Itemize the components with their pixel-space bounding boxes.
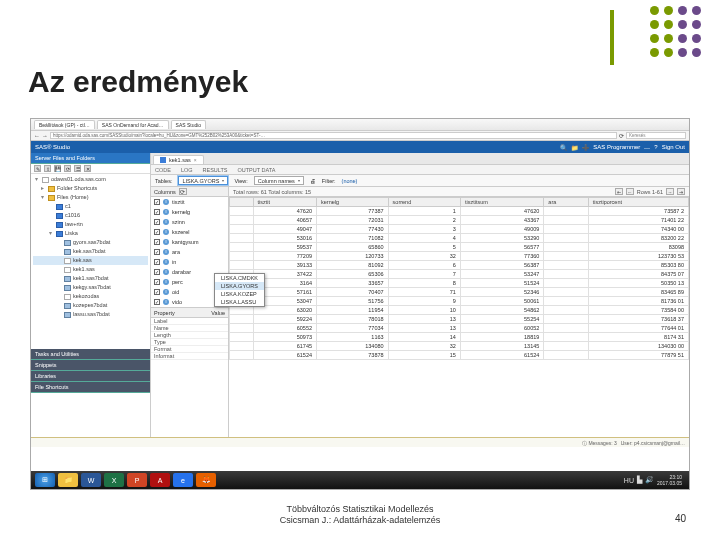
first-icon[interactable]: ⇤ bbox=[615, 188, 623, 195]
ie-icon[interactable]: e bbox=[173, 473, 193, 487]
column-item[interactable]: ✓#tisztit bbox=[151, 197, 228, 207]
table-row[interactable]: 490477743034900974340 00 bbox=[230, 225, 689, 234]
firefox-icon[interactable]: 🦊 bbox=[196, 473, 216, 487]
back-icon[interactable]: ← bbox=[34, 133, 40, 139]
tab-code[interactable]: CODE bbox=[155, 167, 171, 173]
tree-item[interactable]: c1 bbox=[33, 202, 148, 211]
table-row[interactable]: 6302011954105486273584 00 bbox=[230, 306, 689, 315]
browser-tab[interactable]: Beállítások (GP) - ctl… bbox=[34, 120, 95, 129]
dropdown-option[interactable]: LISKA.CMDKK bbox=[215, 274, 264, 282]
column-item[interactable]: ✓#ara bbox=[151, 247, 228, 257]
table-row[interactable]: 374226530675324784375 07 bbox=[230, 270, 689, 279]
column-item[interactable]: ✓#kantgysum bbox=[151, 237, 228, 247]
tree-item[interactable]: kekgy.sas7bdat bbox=[33, 283, 148, 292]
table-row[interactable]: 5716170407715234683465 89 bbox=[230, 288, 689, 297]
column-item[interactable]: ✓#kernelg bbox=[151, 207, 228, 217]
word-icon[interactable]: W bbox=[81, 473, 101, 487]
tables-dropdown[interactable]: LISKA.GYORS bbox=[178, 176, 228, 185]
tree-item[interactable]: kek.sas bbox=[33, 256, 148, 265]
reload-icon[interactable]: ⟳ bbox=[619, 132, 624, 139]
tab-log[interactable]: LOG bbox=[181, 167, 193, 173]
more-icon[interactable]: ⋯ bbox=[644, 144, 650, 151]
sidebar-section-libraries[interactable]: Libraries bbox=[31, 371, 150, 382]
table-row[interactable]: 595376586055657783098 bbox=[230, 243, 689, 252]
last-icon[interactable]: ⇥ bbox=[677, 188, 685, 195]
tree-item[interactable]: kozepes7bdat bbox=[33, 301, 148, 310]
table-row[interactable]: 50973116314188198174 31 bbox=[230, 333, 689, 342]
table-row[interactable]: 476207738714762073587 2 bbox=[230, 207, 689, 216]
tree-item[interactable]: kek1.sas bbox=[33, 265, 148, 274]
sidebar-section-files[interactable]: Server Files and Folders bbox=[31, 153, 150, 164]
print-icon[interactable]: 🖨 bbox=[310, 178, 316, 184]
table-row[interactable]: 31643365785152450350 13 bbox=[230, 279, 689, 288]
table-row[interactable]: 772091207333277360123730 53 bbox=[230, 252, 689, 261]
excel-icon[interactable]: X bbox=[104, 473, 124, 487]
search-input[interactable]: Keresés bbox=[626, 132, 686, 139]
powerpoint-icon[interactable]: P bbox=[127, 473, 147, 487]
signout-link[interactable]: Sign Out bbox=[662, 144, 685, 150]
upload-icon[interactable]: ⇪ bbox=[44, 165, 51, 172]
props-icon[interactable]: ☰ bbox=[74, 165, 81, 172]
sas-programmer-label[interactable]: SAS Programmer bbox=[593, 144, 640, 150]
tree-item[interactable]: gyors.sas7bdat bbox=[33, 238, 148, 247]
tab-outputdata[interactable]: OUTPUT DATA bbox=[237, 167, 275, 173]
tree-item[interactable]: ▾Liska bbox=[33, 229, 148, 238]
tab-results[interactable]: RESULTS bbox=[203, 167, 228, 173]
url-input[interactable]: https://odamid.oda.sas.com/SASStudio/mai… bbox=[50, 132, 617, 139]
search-icon[interactable]: 🔍 bbox=[560, 144, 567, 151]
table-row[interactable]: 6152473878156152477879 51 bbox=[230, 351, 689, 360]
next-icon[interactable]: → bbox=[666, 188, 674, 195]
tree-item[interactable]: lassu.sas7bdat bbox=[33, 310, 148, 319]
prev-icon[interactable]: ← bbox=[626, 188, 634, 195]
column-header[interactable]: ara bbox=[544, 198, 588, 207]
table-row[interactable]: 6055277034136005277644 01 bbox=[230, 324, 689, 333]
tray-lang[interactable]: HU bbox=[624, 477, 634, 484]
table-row[interactable]: 530475175695006181736 01 bbox=[230, 297, 689, 306]
browser-tab[interactable]: SAS OnDemand for Acad… bbox=[97, 120, 169, 129]
column-header[interactable]: tisztitsum bbox=[460, 198, 543, 207]
file-tab[interactable]: kek1.sas × bbox=[153, 155, 204, 164]
column-item[interactable]: ✓#szinn bbox=[151, 217, 228, 227]
tree-item[interactable]: kek1.sas7bdat bbox=[33, 274, 148, 283]
delete-icon[interactable]: ✕ bbox=[84, 165, 91, 172]
data-table[interactable]: tisztitkernelgsorrendtisztitsumaratiszti… bbox=[229, 197, 689, 360]
tree-item[interactable]: kek.sas7bdat bbox=[33, 247, 148, 256]
tray-clock[interactable]: 23:102017.03.05 bbox=[657, 474, 685, 486]
new-icon[interactable]: ✎ bbox=[34, 165, 41, 172]
dropdown-option[interactable]: LISKA.KOZEP bbox=[215, 290, 264, 298]
table-row[interactable]: 406577203124336771401 22 bbox=[230, 216, 689, 225]
filter-value[interactable]: (none) bbox=[342, 178, 358, 184]
new-icon[interactable]: ➕ bbox=[582, 144, 589, 151]
forward-icon[interactable]: → bbox=[42, 133, 48, 139]
tree-item[interactable]: ▾Files (Home) bbox=[33, 193, 148, 202]
browser-tab[interactable]: SAS Studio bbox=[171, 120, 207, 129]
tree-item[interactable]: c1016 bbox=[33, 211, 148, 220]
view-dropdown[interactable]: Column names bbox=[254, 176, 304, 185]
table-row[interactable]: 5922478018135525473618 37 bbox=[230, 315, 689, 324]
tray-sound-icon[interactable]: 🔊 bbox=[645, 476, 654, 484]
tables-dropdown-menu[interactable]: LISKA.CMDKKLISKA.GYORSLISKA.KOZEPLISKA.L… bbox=[214, 273, 265, 307]
column-item[interactable]: ✓#in bbox=[151, 257, 228, 267]
close-icon[interactable]: × bbox=[194, 157, 197, 163]
save-icon[interactable]: 💾 bbox=[54, 165, 61, 172]
table-row[interactable]: 617451340803213145134030 00 bbox=[230, 342, 689, 351]
column-item[interactable]: ✓#kszerel bbox=[151, 227, 228, 237]
tree-item[interactable]: kekozodas bbox=[33, 292, 148, 301]
pdf-icon[interactable]: A bbox=[150, 473, 170, 487]
refresh-icon[interactable]: ⟳ bbox=[179, 188, 187, 195]
sidebar-section-tasks[interactable]: Tasks and Utilities bbox=[31, 349, 150, 360]
refresh-icon[interactable]: ⟳ bbox=[64, 165, 71, 172]
column-header[interactable]: kernelg bbox=[317, 198, 389, 207]
column-header[interactable]: sorrend bbox=[388, 198, 460, 207]
help-icon[interactable]: ? bbox=[654, 144, 657, 150]
table-row[interactable]: 391338109265638785303 80 bbox=[230, 261, 689, 270]
column-header[interactable]: tisztiporcent bbox=[588, 198, 688, 207]
dropdown-option[interactable]: LISKA.LASSU bbox=[215, 298, 264, 306]
tree-item[interactable]: ▸Folder Shortcuts bbox=[33, 184, 148, 193]
tree-item[interactable]: ▾odaws01.oda.sas.com bbox=[33, 175, 148, 184]
column-header[interactable]: tisztit bbox=[253, 198, 317, 207]
tray-network-icon[interactable]: ▙ bbox=[637, 476, 642, 484]
table-row[interactable]: 530167108245329083200 22 bbox=[230, 234, 689, 243]
dropdown-option[interactable]: LISKA.GYORS bbox=[215, 282, 264, 290]
sidebar-section-snippets[interactable]: Snippets bbox=[31, 360, 150, 371]
